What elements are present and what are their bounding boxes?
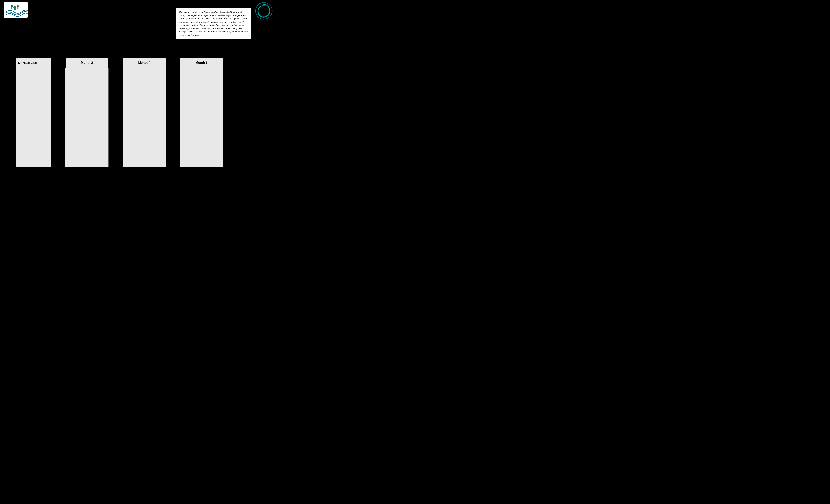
col-cell-month2-1 <box>65 68 109 88</box>
col-cell-annual-1 <box>16 68 52 88</box>
column-month6: Month 6 <box>180 57 223 167</box>
col-cell-month2-4 <box>65 127 109 147</box>
col-cell-month4-1 <box>123 68 166 88</box>
col-cell-month2-5 <box>65 147 109 167</box>
col-cell-month6-5 <box>180 147 223 167</box>
svg-point-2 <box>11 5 13 7</box>
col-header-month4: Month 4 <box>123 57 166 68</box>
col-cell-month4-3 <box>123 108 166 127</box>
col-header-month6: Month 6 <box>180 57 223 68</box>
col-cell-annual-5 <box>16 147 52 167</box>
column-month2: Month 2 <box>65 57 109 167</box>
col-cell-annual-4 <box>16 127 52 147</box>
col-header-annual: $ Annual Goal <box>16 57 52 68</box>
col-cell-month6-4 <box>180 127 223 147</box>
logo-right <box>255 2 273 20</box>
col-cell-month6-3 <box>180 108 223 127</box>
col-cell-month4-2 <box>123 88 166 108</box>
logo-left <box>4 2 28 18</box>
main-grid: $ Annual Goal Month 2 Month 4 Month 6 <box>16 57 271 167</box>
svg-point-0 <box>13 6 16 9</box>
column-month4: Month 4 <box>123 57 166 167</box>
col-cell-month2-3 <box>65 108 109 127</box>
col-header-month2: Month 2 <box>65 57 109 68</box>
col-cell-month2-2 <box>65 88 109 108</box>
col-cell-month4-4 <box>123 127 166 147</box>
col-cell-month4-5 <box>123 147 166 167</box>
svg-point-1 <box>17 5 19 7</box>
info-text: This calendar works best if you reproduc… <box>179 11 248 36</box>
col-cell-annual-3 <box>16 108 52 127</box>
col-cell-month6-1 <box>180 68 223 88</box>
column-annual: $ Annual Goal <box>16 57 52 167</box>
col-cell-month6-2 <box>180 88 223 108</box>
info-box: This calendar works best if you reproduc… <box>176 8 251 39</box>
col-cell-annual-2 <box>16 88 52 108</box>
